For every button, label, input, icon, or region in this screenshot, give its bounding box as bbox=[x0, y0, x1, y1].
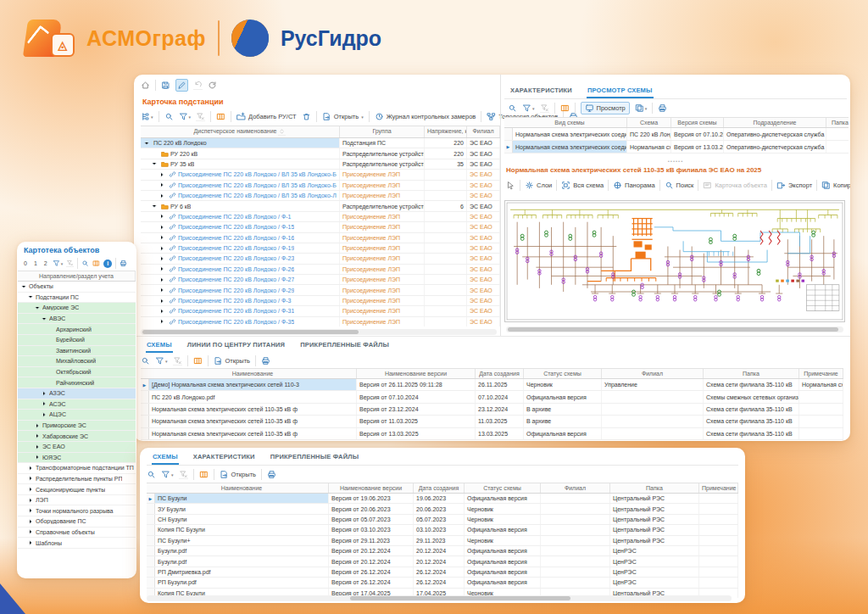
search-icon[interactable] bbox=[141, 356, 150, 366]
filter-icon[interactable]: ▾ bbox=[155, 356, 168, 366]
tree-item[interactable]: Шаблоны bbox=[18, 538, 136, 549]
table-row[interactable]: РУ 6 кВРаспределительное устройство6ЭС Е… bbox=[141, 201, 500, 211]
table-row[interactable]: Нормальная схема электрических сетей 110… bbox=[141, 404, 843, 416]
horizontal-scrollbar[interactable] bbox=[147, 595, 732, 601]
search-icon[interactable] bbox=[81, 260, 89, 267]
table-row[interactable]: Присоединение ПС 220 кВ Лондоко / Ф-27Пр… bbox=[141, 275, 500, 285]
tree-item[interactable]: ЛЭП bbox=[18, 495, 136, 506]
home-icon[interactable] bbox=[141, 81, 150, 90]
tree-item[interactable]: АЗЭС bbox=[18, 388, 136, 399]
clear-filter-icon[interactable] bbox=[66, 260, 74, 267]
tree-item[interactable]: ЮЯЭС bbox=[18, 453, 136, 464]
table-row[interactable]: Присоединение ПС 220 кВ Лондоко / ВЛ 35 … bbox=[141, 191, 500, 201]
clear-filter-icon[interactable] bbox=[173, 356, 182, 366]
tree-item[interactable]: АСЭС bbox=[18, 399, 136, 410]
object-card-button[interactable]: Карточка объекта bbox=[703, 181, 766, 190]
tree-item[interactable]: Приморские ЭС bbox=[18, 421, 136, 432]
view-button[interactable]: Просмотр bbox=[581, 102, 630, 114]
tree-item[interactable]: Распределительные пункты РП bbox=[18, 474, 136, 485]
column-header[interactable]: Филиал bbox=[467, 126, 500, 137]
column-header[interactable]: Филиал bbox=[602, 369, 704, 378]
layers-button[interactable]: Слои bbox=[525, 181, 552, 190]
tree-item[interactable]: АВЭС bbox=[18, 314, 136, 325]
column-header[interactable]: Наименование версии bbox=[357, 369, 476, 378]
table-row[interactable]: Нормальная схема электрических соединени… bbox=[504, 128, 849, 141]
filter-icon[interactable]: ▾ bbox=[161, 470, 174, 479]
tab-attached-files[interactable]: ПРИКРЕПЛЕННЫЕ ФАЙЛЫ bbox=[299, 338, 390, 353]
table-row[interactable]: РУ 220 кВРаспределительное устройство220… bbox=[141, 148, 500, 159]
column-header[interactable]: Филиал bbox=[541, 483, 610, 493]
splitter-handle[interactable]: •••••• bbox=[501, 159, 850, 163]
print-icon[interactable] bbox=[267, 470, 276, 479]
tree-item[interactable]: Точки нормального разрыва bbox=[18, 505, 136, 516]
tree-item[interactable]: Трансформаторные подстанции ТП bbox=[18, 463, 136, 474]
table-row[interactable]: Присоединение ПС 220 кВ Лондоко / Ф-31Пр… bbox=[141, 306, 500, 316]
table-row[interactable]: ЗУ БузулиВерсия от 20.06.202320.06.2023Ч… bbox=[147, 504, 738, 514]
tree-view-icon[interactable]: ▾ bbox=[141, 112, 153, 121]
columns-icon[interactable] bbox=[216, 112, 225, 121]
level-0-button[interactable]: 0 bbox=[22, 260, 29, 266]
table-row[interactable]: ПС Бузули+Версия от 29.11.202329.11.2023… bbox=[147, 536, 738, 546]
column-header[interactable]: Версия схемы bbox=[671, 118, 724, 127]
tree-item[interactable]: Секционирующие пункты bbox=[18, 484, 136, 495]
clear-filter-icon[interactable] bbox=[196, 112, 205, 121]
columns-icon[interactable] bbox=[560, 103, 570, 113]
tab-schemes[interactable]: СХЕМЫ bbox=[152, 449, 179, 465]
table-row[interactable]: Присоединение ПС 220 кВ Лондоко / Ф-19Пр… bbox=[141, 243, 500, 254]
table-row[interactable]: Присоединение ПС 220 кВ Лондоко / Ф-1При… bbox=[141, 212, 500, 222]
tree-item[interactable]: АЦЭС bbox=[18, 410, 136, 421]
table-row[interactable]: ▶ПС БузулиВерсия от 19.06.202319.06.2023… bbox=[147, 494, 738, 504]
copy-button[interactable]: Копировать bbox=[821, 181, 850, 190]
tab-characteristics[interactable]: ХАРАКТЕРИСТИКИ bbox=[509, 83, 573, 98]
column-header[interactable]: Примечание bbox=[799, 369, 843, 378]
table-row[interactable]: ПС 220 кВ Лондоко.pdfВерсия от 07.10.202… bbox=[141, 391, 843, 403]
tree-item[interactable]: Объекты bbox=[18, 282, 136, 293]
fit-scheme-button[interactable]: Вся схема bbox=[561, 181, 604, 190]
tab-scheme-view[interactable]: ПРОСМОТР СХЕМЫ bbox=[587, 83, 654, 98]
tree-item[interactable]: ЭС ЕАО bbox=[18, 442, 136, 453]
tree-item[interactable]: Бурейский bbox=[18, 335, 136, 346]
columns-icon[interactable] bbox=[199, 470, 209, 479]
horizontal-scrollbar[interactable] bbox=[506, 327, 843, 332]
horizontal-scrollbar[interactable] bbox=[141, 329, 497, 335]
table-row[interactable]: Присоединение ПС 220 кВ Лондоко / Ф-29Пр… bbox=[141, 285, 500, 295]
table-row[interactable]: ▶Нормальная схема электрических соединен… bbox=[504, 141, 849, 154]
column-header[interactable]: Папка bbox=[704, 369, 799, 378]
table-row[interactable]: Бузули.pdfВерсия от 20.12.202420.12.2024… bbox=[147, 556, 738, 567]
table-row[interactable]: Нормальная схема электрических сетей 110… bbox=[141, 428, 843, 440]
column-header[interactable]: Статус схемы bbox=[465, 483, 541, 493]
print-icon[interactable] bbox=[261, 356, 270, 366]
table-row[interactable]: Присоединение ПС 220 кВ Лондоко / Ф-35Пр… bbox=[141, 317, 500, 327]
column-header[interactable]: Подразделение bbox=[724, 118, 826, 127]
level-1-button[interactable]: 1 bbox=[32, 260, 39, 266]
tree-item[interactable]: Оборудование ПС bbox=[18, 516, 136, 527]
filter-icon[interactable]: ▾ bbox=[522, 103, 535, 113]
print-icon[interactable] bbox=[120, 260, 127, 267]
tab-lines-by-feed-center[interactable]: ЛИНИИ ПО ЦЕНТРУ ПИТАНИЯ bbox=[186, 338, 286, 353]
table-row[interactable]: РУ 35 кВРаспределительное устройство35ЭС… bbox=[141, 159, 500, 170]
column-header[interactable]: Диспетчерское наименование bbox=[141, 126, 340, 137]
add-ru-st-button[interactable]: Добавить РУ/СТ bbox=[236, 112, 297, 121]
search-icon[interactable] bbox=[164, 112, 174, 121]
scheme-canvas[interactable] bbox=[504, 200, 845, 322]
table-row[interactable]: Присоединение ПС 220 кВ Лондоко / Ф-3При… bbox=[141, 296, 500, 306]
table-row[interactable]: РП Дмитриевка.pdfВерсия от 26.12.202426.… bbox=[147, 567, 738, 578]
print-icon[interactable] bbox=[658, 103, 667, 113]
tab-characteristics[interactable]: ХАРАКТЕРИСТИКИ bbox=[192, 449, 256, 465]
tab-attached-files[interactable]: ПРИКРЕПЛЕННЫЕ ФАЙЛЫ bbox=[270, 449, 360, 465]
tree-item[interactable]: Михайловский bbox=[18, 356, 136, 367]
search-icon[interactable] bbox=[508, 103, 517, 113]
export-button[interactable]: Экспорт bbox=[776, 181, 812, 190]
open-button[interactable]: Открыть bbox=[220, 470, 256, 479]
column-header[interactable]: Статус схемы bbox=[524, 369, 602, 378]
table-row[interactable]: ПС 220 кВ ЛондокоПодстанция ПС220ЭС ЕАО bbox=[141, 138, 500, 148]
table-row[interactable]: Бузули.pdfВерсия от 20.12.202420.12.2024… bbox=[147, 546, 738, 556]
tree-item[interactable]: Архаринский bbox=[18, 324, 136, 335]
column-header[interactable]: Группа bbox=[340, 126, 425, 137]
tree-item[interactable]: Завитинский bbox=[18, 346, 136, 357]
table-row[interactable]: Присоединение ПС 220 кВ Лондоко / Ф-16Пр… bbox=[141, 233, 500, 243]
column-header[interactable]: Папка bbox=[610, 483, 699, 493]
column-header[interactable]: Примечание bbox=[699, 483, 738, 493]
tree-item[interactable]: Райчихинский bbox=[18, 377, 136, 388]
table-row[interactable]: Нормальная схема электрических сетей 110… bbox=[141, 416, 843, 427]
